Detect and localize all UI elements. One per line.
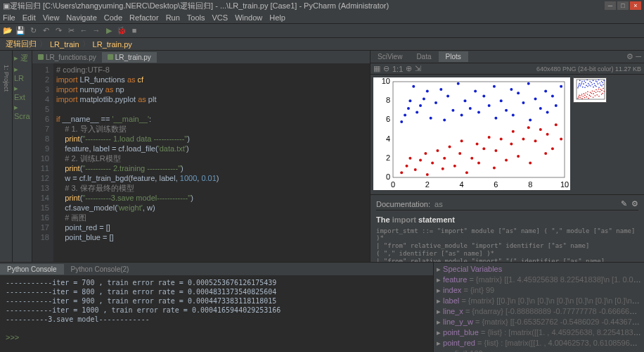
- sciview-tab-data[interactable]: Data: [409, 51, 438, 62]
- console-tabs: Python ConsolePython Console(2): [0, 263, 433, 275]
- console-tab[interactable]: Python Console: [0, 264, 64, 275]
- variable-row[interactable]: ▸ r = {int} 100: [435, 348, 643, 352]
- main-plot[interactable]: 00224466881010: [373, 77, 570, 190]
- maximize-button[interactable]: □: [617, 1, 629, 10]
- svg-point-111: [589, 81, 591, 82]
- variable-row[interactable]: ▸ feature = {matrix} [[1. 4.45925638 8.2…: [435, 275, 643, 285]
- svg-point-13: [400, 120, 403, 123]
- svg-point-96: [579, 80, 581, 82]
- menu-vcs[interactable]: VCS: [212, 13, 228, 22]
- gear-icon[interactable]: ⚙: [631, 199, 638, 208]
- svg-point-18: [416, 111, 418, 114]
- zoom-out-icon[interactable]: ⊖: [383, 64, 389, 73]
- svg-point-55: [408, 157, 411, 160]
- zoom-in-icon[interactable]: ⊕: [406, 64, 412, 73]
- svg-text:8: 8: [386, 96, 390, 104]
- menu-edit[interactable]: Edit: [22, 13, 36, 22]
- svg-point-118: [595, 85, 596, 87]
- menu-run[interactable]: Run: [166, 13, 180, 22]
- doc-grammar-line: ( "," identifier ["as" name] )*: [376, 250, 638, 257]
- svg-point-84: [534, 139, 537, 142]
- breadcrumb-item[interactable]: 逻辑回归: [6, 39, 37, 49]
- variable-row[interactable]: ▸ index = {int} 99: [435, 285, 643, 296]
- svg-point-152: [592, 90, 593, 92]
- project-tool-button[interactable]: 1: Project: [3, 65, 10, 92]
- menu-navigate[interactable]: Navigate: [66, 13, 96, 22]
- variable-row[interactable]: ▸ Special Variables: [435, 264, 643, 275]
- variables-pane[interactable]: ▸ Special Variables ▸ feature = {matrix}…: [433, 263, 644, 352]
- minimize-button[interactable]: ─: [605, 1, 616, 10]
- svg-point-146: [587, 92, 588, 93]
- svg-point-74: [493, 166, 496, 169]
- refresh-icon[interactable]: ↻: [28, 26, 38, 36]
- svg-point-140: [584, 93, 585, 94]
- editor-tab[interactable]: LR_train.py: [102, 52, 157, 63]
- menu-window[interactable]: Window: [235, 13, 262, 22]
- svg-point-115: [593, 80, 594, 82]
- open-icon[interactable]: 📂: [3, 26, 13, 36]
- menu-help[interactable]: Help: [269, 13, 285, 22]
- menu-file[interactable]: File: [3, 13, 15, 22]
- svg-point-54: [406, 165, 408, 168]
- run-icon[interactable]: ▶: [104, 26, 114, 36]
- edit-icon[interactable]: ✎: [621, 199, 627, 208]
- console-tab[interactable]: Python Console(2): [64, 264, 136, 275]
- svg-point-92: [577, 87, 579, 89]
- code-area[interactable]: # coding:UTF-8 import LR_functions as cf…: [53, 63, 370, 262]
- back-icon[interactable]: ←: [79, 26, 89, 36]
- svg-point-28: [457, 82, 460, 85]
- stop-icon[interactable]: ■: [129, 26, 139, 36]
- svg-point-85: [539, 128, 542, 131]
- sciview-tab-sciview[interactable]: SciView: [371, 51, 409, 62]
- svg-point-23: [434, 101, 437, 104]
- breadcrumb: 逻辑回归〉LR_train〉LR_train.py: [0, 38, 644, 51]
- svg-point-25: [443, 118, 446, 121]
- undo-icon[interactable]: ↶: [41, 26, 51, 36]
- svg-point-72: [482, 147, 485, 150]
- breadcrumb-item[interactable]: LR_train: [50, 40, 79, 49]
- close-button[interactable]: ×: [630, 1, 641, 10]
- debug-icon[interactable]: 🐞: [117, 26, 127, 36]
- gear-icon[interactable]: ⚙ ─: [626, 52, 644, 61]
- svg-point-29: [461, 114, 463, 117]
- svg-point-49: [546, 111, 549, 114]
- editor-tab[interactable]: LR_functions.py: [32, 52, 102, 63]
- doc-grammar-line: | "from" relative_module "import" "(" id…: [376, 258, 638, 262]
- breadcrumb-item[interactable]: LR_train.py: [93, 40, 132, 49]
- svg-point-129: [602, 82, 603, 83]
- menu-code[interactable]: Code: [104, 13, 122, 22]
- save-icon[interactable]: 💾: [15, 26, 25, 36]
- svg-point-157: [595, 92, 597, 93]
- svg-point-37: [494, 117, 497, 120]
- menu-tools[interactable]: Tools: [187, 13, 205, 22]
- variable-row[interactable]: ▸ line_x = {ndarray} [-0.88888889 -0.777…: [435, 306, 643, 317]
- svg-point-30: [463, 99, 466, 102]
- variable-row[interactable]: ▸ line_y_w = {matrix} [[-0.65352762 -0.5…: [435, 317, 643, 327]
- variable-row[interactable]: ▸ point_blue = {list} : [matrix([[1. , 4…: [435, 327, 643, 338]
- export-icon[interactable]: ⇲: [415, 64, 421, 73]
- project-tree[interactable]: ▸ 逻▸ LR▸ Ext▸ Scra: [13, 51, 32, 262]
- svg-point-130: [603, 84, 604, 85]
- documentation-panel: Documentation: as ✎ ⚙ The import stateme…: [371, 194, 644, 262]
- svg-text:10: 10: [382, 77, 390, 85]
- svg-text:0: 0: [391, 180, 395, 189]
- svg-text:10: 10: [560, 180, 569, 189]
- plot-thumbnail[interactable]: [573, 77, 607, 103]
- svg-point-136: [581, 95, 582, 96]
- sciview-tab-plots[interactable]: Plots: [439, 51, 468, 62]
- variable-row[interactable]: ▸ point_red = {list} : [matrix([[1. , 4.…: [435, 338, 643, 348]
- svg-point-47: [539, 107, 542, 110]
- variable-row[interactable]: ▸ label = {matrix} [[0.]\n [0.]\n [0.]\n…: [435, 296, 643, 306]
- svg-point-153: [593, 96, 594, 98]
- cut-icon[interactable]: ✂: [66, 26, 76, 36]
- svg-point-133: [578, 96, 579, 98]
- svg-point-32: [474, 90, 477, 93]
- menu-refactor[interactable]: Refactor: [129, 13, 159, 22]
- svg-point-99: [581, 82, 582, 84]
- svg-point-144: [586, 96, 588, 98]
- redo-icon[interactable]: ↷: [53, 26, 63, 36]
- forward-icon[interactable]: →: [91, 26, 101, 36]
- console-output[interactable]: -----------iter = 700 , train error rate…: [0, 275, 433, 352]
- grid-icon[interactable]: ▦: [373, 64, 380, 73]
- menu-view[interactable]: View: [43, 13, 60, 22]
